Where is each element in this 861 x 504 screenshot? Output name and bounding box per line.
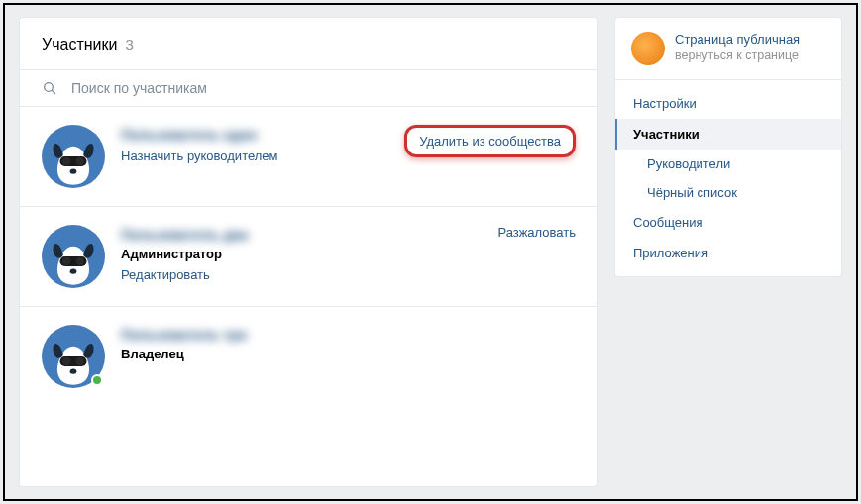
- member-name[interactable]: Пользователь один: [121, 127, 388, 143]
- member-name[interactable]: Пользователь два: [121, 227, 482, 243]
- svg-point-9: [70, 269, 77, 274]
- header: Участники 3: [20, 18, 597, 69]
- dog-avatar-icon: [47, 135, 100, 188]
- sidebar-nav: Настройки Участники Руководители Чёрный …: [615, 80, 841, 276]
- member-row: Пользователь два Администратор Редактиро…: [20, 207, 597, 307]
- svg-point-0: [45, 83, 54, 92]
- assign-manager-link[interactable]: Назначить руководителем: [121, 149, 388, 163]
- community-title: Страница публичная: [675, 32, 800, 47]
- svg-point-4: [76, 157, 84, 165]
- svg-point-11: [62, 357, 70, 365]
- svg-point-13: [70, 369, 77, 374]
- svg-point-8: [76, 257, 84, 265]
- search-row: [20, 69, 597, 107]
- members-list: Пользователь один Назначить руководителе…: [20, 107, 597, 406]
- nav-messages[interactable]: Сообщения: [615, 207, 841, 238]
- svg-point-5: [70, 169, 77, 174]
- nav-managers[interactable]: Руководители: [615, 150, 841, 178]
- members-panel: Участники 3: [19, 17, 598, 487]
- demote-link[interactable]: Разжаловать: [497, 225, 576, 240]
- search-icon: [42, 80, 57, 96]
- search-input[interactable]: [71, 80, 576, 96]
- member-row: Пользователь три Владелец: [20, 307, 597, 406]
- avatar[interactable]: [42, 125, 105, 188]
- svg-line-1: [52, 90, 55, 94]
- nav-members[interactable]: Участники: [615, 119, 841, 150]
- online-indicator: [91, 374, 103, 386]
- edit-link[interactable]: Редактировать: [121, 267, 482, 282]
- dog-avatar-icon: [47, 235, 100, 288]
- avatar[interactable]: [42, 225, 105, 288]
- nav-blacklist[interactable]: Чёрный список: [615, 178, 841, 207]
- member-role: Администратор: [121, 247, 482, 261]
- community-header[interactable]: Страница публичная вернуться к странице: [615, 18, 841, 80]
- page-title: Участники: [42, 36, 117, 53]
- avatar[interactable]: [42, 325, 105, 388]
- svg-point-12: [76, 357, 84, 365]
- svg-point-3: [62, 157, 70, 165]
- community-avatar: [631, 32, 665, 65]
- nav-settings[interactable]: Настройки: [615, 88, 841, 119]
- sidebar: Страница публичная вернуться к странице …: [614, 17, 842, 487]
- nav-apps[interactable]: Приложения: [615, 238, 841, 268]
- member-role: Владелец: [121, 347, 576, 361]
- member-name[interactable]: Пользователь три: [121, 327, 576, 343]
- back-to-page-link: вернуться к странице: [675, 49, 800, 62]
- member-row: Пользователь один Назначить руководителе…: [20, 107, 597, 207]
- svg-point-7: [62, 257, 70, 265]
- members-count: 3: [125, 36, 133, 52]
- remove-from-community-link[interactable]: Удалить из сообщества: [404, 125, 576, 157]
